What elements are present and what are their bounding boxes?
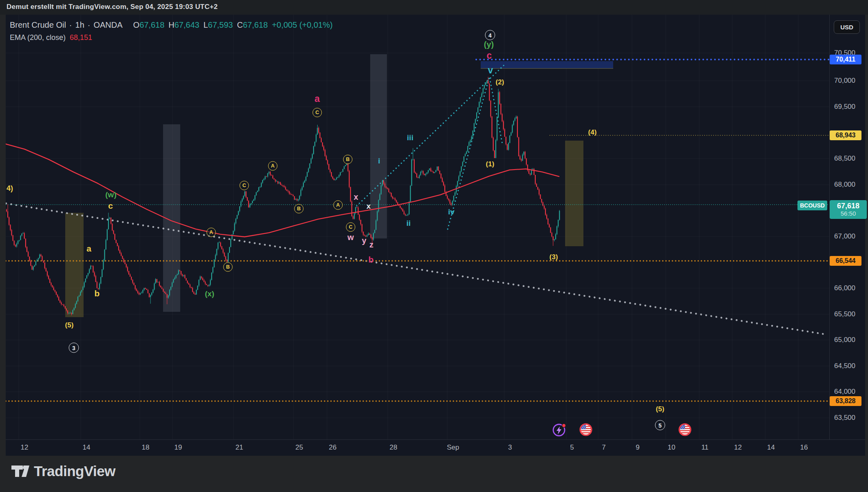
price-tick-68,000: 68,000 — [834, 181, 855, 189]
symbol-legend[interactable]: Brent Crude Oil · 1h · OANDA O67,618H67,… — [10, 20, 333, 42]
price-tag-66,544: 66,544 — [830, 256, 861, 266]
symbol-price-flag: BCOUSD — [797, 201, 827, 210]
price-tag-63,828: 63,828 — [830, 396, 861, 406]
time-tick-12: 12 — [734, 443, 742, 452]
time-tick-18: 18 — [142, 443, 150, 452]
price-axis-separator — [829, 15, 830, 456]
price-tick-67,000: 67,000 — [834, 232, 855, 240]
tradingview-logo-text: TradingView — [34, 463, 115, 479]
tradingview-screenshot: 4)(5)3ab(w)c(x)ABCABaCABCwxxyzbiiiiiiivv… — [0, 0, 868, 492]
price-tick-65,000: 65,000 — [834, 336, 855, 344]
time-tick-3: 3 — [508, 443, 512, 452]
time-tick-14: 14 — [767, 443, 775, 452]
price-tick-64,500: 64,500 — [834, 362, 855, 370]
price-tick-66,000: 66,000 — [834, 284, 855, 292]
descending-resistance[interactable] — [6, 203, 828, 335]
pane-group[interactable] — [0, 15, 829, 439]
price-tick-70,000: 70,000 — [834, 77, 855, 85]
legend-separator: · — [88, 20, 91, 30]
ohlc-value: 67,593 — [208, 20, 233, 29]
symbol-name[interactable]: Brent Crude Oil — [10, 20, 66, 30]
price-tick-68,500: 68,500 — [834, 154, 855, 163]
time-tick-5: 5 — [570, 443, 574, 452]
indicator-value: 68,151 — [70, 33, 92, 42]
time-tick-9: 9 — [636, 443, 639, 452]
cyan-rising-steep[interactable] — [448, 77, 489, 229]
highlight-olive-left[interactable] — [65, 213, 84, 317]
ohlc-key: C — [237, 20, 243, 29]
time-tick-19: 19 — [174, 443, 182, 452]
time-tick-10: 10 — [668, 443, 676, 452]
candlestick-plot[interactable] — [0, 0, 868, 492]
ohlc-values: O67,618H67,643L67,593C67,618 — [129, 20, 268, 30]
ohlc-key: L — [203, 20, 208, 29]
price-tick-63,500: 63,500 — [834, 414, 855, 422]
time-tick-28: 28 — [390, 443, 398, 452]
page-footer: TradingView — [0, 456, 868, 492]
time-tick-16: 16 — [800, 443, 808, 452]
us-flag-event-icon[interactable] — [678, 422, 692, 439]
currency-toggle-button[interactable]: USD — [834, 20, 860, 34]
ohlc-value: 67,643 — [174, 20, 199, 29]
time-tick-25: 25 — [296, 443, 303, 452]
price-tag-70,411: 70,411 — [830, 55, 861, 64]
time-tick-14: 14 — [83, 443, 91, 452]
tradingview-logo-icon — [11, 463, 29, 479]
legend-separator: · — [69, 20, 72, 30]
time-tick-11: 11 — [701, 443, 709, 452]
time-tick-Sep: Sep — [447, 443, 459, 452]
time-tick-12: 12 — [21, 443, 29, 452]
price-tick-64,000: 64,000 — [834, 388, 855, 396]
price-tag-68,943: 68,943 — [830, 130, 861, 140]
ohlc-value: 67,618 — [243, 20, 268, 29]
us-flag-event-icon[interactable] — [579, 422, 593, 439]
attribution-bar: Demut erstellt mit TradingView.com, Sep … — [0, 0, 868, 15]
tradingview-logo: TradingView — [11, 463, 115, 479]
interval-label[interactable]: 1h — [75, 20, 84, 30]
highlight-olive-right[interactable] — [565, 141, 583, 246]
legend-row-symbol[interactable]: Brent Crude Oil · 1h · OANDA O67,618H67,… — [10, 20, 333, 30]
bar-countdown: 56:50 — [841, 210, 856, 217]
grid-lines — [6, 15, 829, 439]
ema-200-line[interactable] — [0, 142, 559, 237]
candles — [6, 77, 560, 315]
change-value: +0,005 (+0,01%) — [272, 20, 333, 30]
price-tick-65,500: 65,500 — [834, 310, 855, 318]
current-price-tag: 67,618 56:50 — [830, 200, 867, 219]
time-axis[interactable]: 1214181921252628Sep35791011121416 — [6, 440, 865, 456]
lightning-event-icon[interactable] — [552, 422, 567, 439]
exchange-label[interactable]: OANDA — [93, 20, 122, 30]
ohlc-key: H — [168, 20, 174, 29]
ohlc-key: O — [133, 20, 140, 29]
legend-row-indicator[interactable]: EMA (200, close) 68,151 — [10, 33, 333, 42]
ohlc-value: 67,618 — [139, 20, 164, 29]
indicator-name[interactable]: EMA (200, close) — [10, 33, 66, 42]
price-tick-69,500: 69,500 — [834, 103, 855, 111]
time-tick-7: 7 — [602, 443, 605, 452]
time-tick-21: 21 — [236, 443, 243, 452]
current-price-value: 67,618 — [837, 202, 859, 210]
time-tick-26: 26 — [329, 443, 337, 452]
blue-resistance-bar[interactable] — [481, 61, 613, 68]
attribution-text: Demut erstellt mit TradingView.com, Sep … — [7, 3, 218, 11]
